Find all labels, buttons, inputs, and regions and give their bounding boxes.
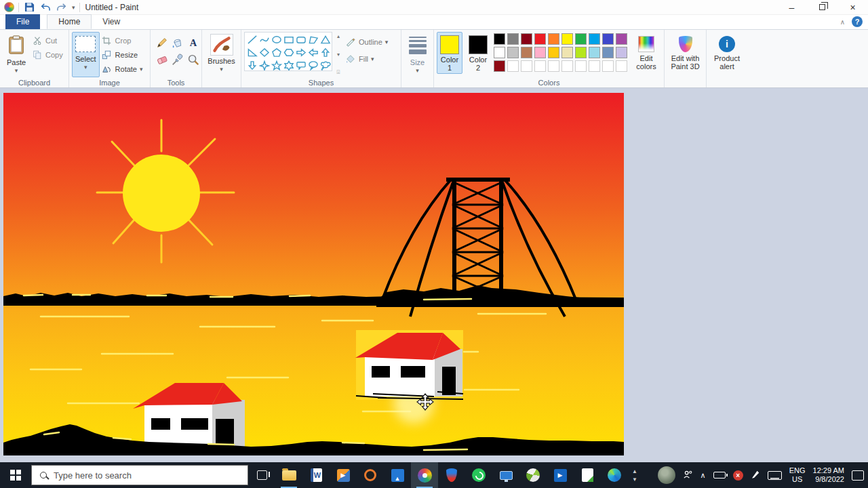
- palette-swatch-000000[interactable]: [494, 33, 505, 45]
- eraser-tool-icon[interactable]: [155, 52, 170, 68]
- palette-swatch-00a2e8[interactable]: [589, 33, 600, 45]
- shape-line-icon[interactable]: [246, 33, 258, 46]
- shape-rounded-callout-icon[interactable]: [295, 59, 307, 72]
- color-picker-tool-icon[interactable]: [170, 52, 185, 68]
- palette-swatch-empty[interactable]: [575, 60, 587, 72]
- shape-four-point-star-icon[interactable]: [258, 59, 271, 72]
- tab-view[interactable]: View: [92, 14, 131, 29]
- people-icon[interactable]: [683, 470, 693, 481]
- palette-swatch-c8bfe7[interactable]: [616, 47, 627, 58]
- shape-oval-callout-icon[interactable]: [307, 59, 319, 72]
- shape-six-point-star-icon[interactable]: [283, 59, 295, 72]
- taskbar-app-movies-tv[interactable]: ▶: [547, 462, 574, 488]
- product-alert-button[interactable]: i Product alert: [709, 32, 745, 77]
- shape-rectangle-icon[interactable]: [283, 33, 295, 46]
- taskbar-app-wps-office[interactable]: [574, 462, 601, 488]
- undo-icon[interactable]: [39, 1, 52, 14]
- crop-button[interactable]: Crop: [101, 35, 143, 46]
- taskbar-app-color-drop-app[interactable]: [438, 462, 465, 488]
- battery-icon[interactable]: [713, 472, 726, 479]
- palette-swatch-22b14c[interactable]: [575, 33, 587, 45]
- resize-button[interactable]: Resize: [101, 49, 143, 60]
- rotate-button[interactable]: Rotate ▾: [101, 63, 143, 75]
- shape-down-arrow-icon[interactable]: [246, 59, 258, 72]
- taskbar-app-whatsapp[interactable]: [465, 462, 492, 488]
- pen-icon[interactable]: [751, 470, 760, 481]
- edit-with-paint3d-button[interactable]: Edit with Paint 3D: [667, 32, 703, 77]
- shape-hexagon-icon[interactable]: [283, 46, 295, 59]
- palette-swatch-efe4b0[interactable]: [561, 47, 573, 58]
- paint-app-icon[interactable]: [4, 2, 14, 12]
- drawing-canvas[interactable]: [3, 93, 624, 455]
- taskbar-app-media-player[interactable]: ▶: [330, 462, 357, 488]
- size-button[interactable]: Size ▾: [406, 32, 430, 77]
- palette-swatch-99d9ea[interactable]: [589, 47, 600, 58]
- shape-cloud-callout-icon[interactable]: [319, 59, 332, 72]
- scroll-up-icon[interactable]: ▲: [632, 468, 637, 474]
- paste-button[interactable]: Paste ▾: [3, 32, 30, 77]
- palette-swatch-empty[interactable]: [534, 60, 546, 72]
- palette-swatch-empty[interactable]: [589, 60, 600, 72]
- pencil-tool-icon[interactable]: [155, 35, 170, 51]
- palette-swatch-8f0b15[interactable]: [494, 60, 505, 72]
- taskbar-app-word[interactable]: W: [302, 462, 330, 488]
- clock[interactable]: 12:29 AM 9/8/2022: [813, 466, 844, 484]
- select-button[interactable]: Select ▾: [72, 32, 100, 77]
- shapes-scroll-up-icon[interactable]: ▴: [334, 33, 342, 39]
- minimize-button[interactable]: –: [776, 0, 807, 15]
- shape-right-arrow-icon[interactable]: [295, 46, 307, 59]
- palette-swatch-empty[interactable]: [561, 60, 573, 72]
- palette-swatch-c3c3c3[interactable]: [507, 47, 519, 58]
- help-icon[interactable]: ?: [852, 16, 863, 27]
- copy-button[interactable]: Copy: [31, 49, 63, 60]
- cut-button[interactable]: Cut: [31, 35, 63, 46]
- fill-button[interactable]: Fill ▾: [344, 53, 388, 64]
- palette-swatch-ff7f27[interactable]: [548, 33, 559, 45]
- taskbar-app-task-view[interactable]: [248, 462, 275, 488]
- shapes-scroll-down-icon[interactable]: ▾: [334, 52, 342, 58]
- search-box[interactable]: Type here to search: [31, 465, 248, 485]
- fill-with-color-tool-icon[interactable]: [170, 35, 185, 51]
- tray-expand-icon[interactable]: ∧: [701, 471, 706, 480]
- shape-diamond-icon[interactable]: [258, 46, 271, 59]
- redo-icon[interactable]: [56, 1, 68, 14]
- shape-left-arrow-icon[interactable]: [307, 46, 319, 59]
- taskbar-app-music-player[interactable]: [357, 462, 384, 488]
- disconnected-icon[interactable]: ×: [733, 470, 743, 481]
- brushes-button[interactable]: Brushes ▾: [204, 32, 238, 77]
- language-indicator[interactable]: ENG US: [789, 466, 806, 484]
- save-icon[interactable]: [23, 1, 35, 14]
- palette-swatch-ed1c24[interactable]: [534, 33, 546, 45]
- taskbar-app-sketchup[interactable]: [519, 462, 547, 488]
- taskbar-app-edge[interactable]: [601, 462, 628, 488]
- taskbar-app-remote-desktop[interactable]: [492, 462, 519, 488]
- palette-swatch-880015[interactable]: [521, 33, 532, 45]
- palette-swatch-ffaec9[interactable]: [534, 47, 546, 58]
- touch-keyboard-icon[interactable]: [768, 471, 782, 480]
- color2-button[interactable]: Color 2: [465, 32, 491, 74]
- palette-swatch-fff200[interactable]: [561, 33, 573, 45]
- action-center-icon[interactable]: [852, 470, 864, 481]
- palette-swatch-a349a4[interactable]: [616, 33, 627, 45]
- shape-curve-icon[interactable]: [258, 33, 271, 46]
- palette-swatch-empty[interactable]: [616, 60, 627, 72]
- tab-home[interactable]: Home: [47, 14, 92, 29]
- palette-swatch-ffc90e[interactable]: [548, 47, 559, 58]
- shape-polygon-icon[interactable]: [307, 33, 319, 46]
- palette-swatch-3f48cc[interactable]: [602, 33, 614, 45]
- edit-colors-button[interactable]: Edit colors: [631, 32, 661, 73]
- start-button[interactable]: [0, 462, 31, 488]
- restore-button[interactable]: [807, 0, 837, 15]
- shape-rounded-rectangle-icon[interactable]: [295, 33, 307, 46]
- user-avatar[interactable]: [658, 466, 675, 484]
- taskbar-app-photos[interactable]: ▲: [384, 462, 411, 488]
- text-tool-icon[interactable]: A: [186, 35, 201, 51]
- palette-swatch-ffffff[interactable]: [494, 47, 505, 58]
- shape-triangle-icon[interactable]: [319, 33, 332, 46]
- scroll-down-icon[interactable]: ▼: [632, 476, 637, 483]
- palette-swatch-b97a57[interactable]: [521, 47, 532, 58]
- collapse-ribbon-icon[interactable]: ∧: [840, 18, 845, 26]
- shape-oval-icon[interactable]: [271, 33, 283, 46]
- customize-qat-dropdown-icon[interactable]: ▾: [72, 4, 75, 11]
- color1-button[interactable]: Color 1: [437, 32, 462, 74]
